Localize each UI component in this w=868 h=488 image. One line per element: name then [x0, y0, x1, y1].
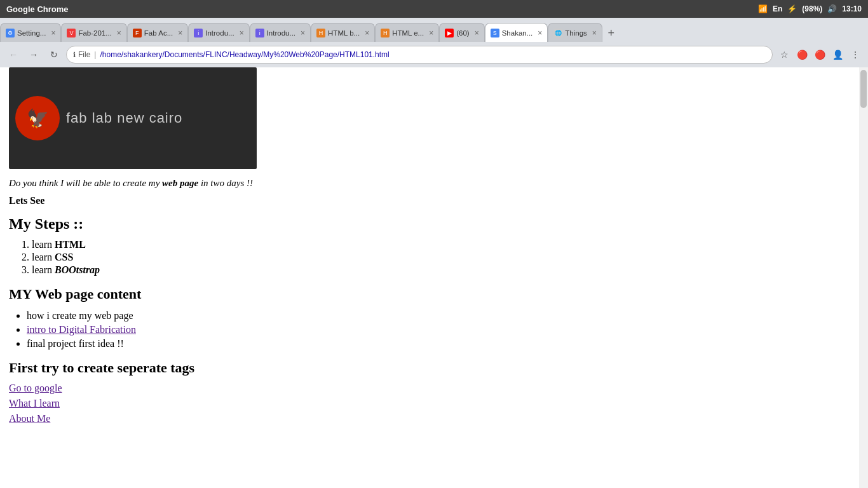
step-1-strong: HTML [55, 239, 86, 250]
clock: 13:10 [842, 4, 862, 13]
tab-html-e-close[interactable]: × [429, 29, 433, 37]
tab-settings[interactable]: ⚙ Setting... × [0, 23, 61, 42]
tab-settings-label: Setting... [17, 29, 46, 37]
address-separator: | [94, 50, 96, 59]
tab-things-close[interactable]: × [592, 29, 597, 37]
tab-things[interactable]: 🌐 Things × [548, 23, 602, 42]
forward-button[interactable]: → [25, 46, 42, 63]
italic-prefix: Do you think I will be able to create my [9, 178, 162, 188]
content-item-1: how i create my web page [27, 310, 850, 322]
vivaldi-favicon: V [67, 29, 76, 37]
scrollbar-thumb[interactable] [860, 70, 867, 108]
tab-fab201-label: Fab-201... [78, 29, 111, 37]
tab-intro1-close[interactable]: × [240, 29, 244, 37]
content-item-3: final project first idea !! [27, 338, 850, 349]
bookmark-star-icon[interactable]: ☆ [776, 47, 792, 62]
tab-intro2-label: Introdu... [267, 29, 295, 37]
nav-bar: ← → ↻ ℹ File | /home/shakankery/Document… [0, 42, 868, 67]
tab-intro2-close[interactable]: × [301, 29, 305, 37]
html-e-favicon: H [381, 29, 390, 37]
tags-heading: First try to create seperate tags [9, 360, 850, 376]
tabs-bar: ⚙ Setting... × V Fab-201... × F Fab Ac..… [0, 18, 868, 42]
tab-intro2[interactable]: i Introdu... × [250, 23, 311, 42]
tab-html-e-label: HTML e... [392, 29, 424, 37]
extension-icon1[interactable]: 🔴 [794, 47, 810, 62]
link-google[interactable]: Go to google [9, 383, 850, 394]
tab-fabac[interactable]: F Fab Ac... × [127, 23, 188, 42]
tab-shakan[interactable]: S Shakan... × [485, 23, 548, 42]
profile-icon[interactable]: 👤 [830, 47, 845, 62]
extension-icon2[interactable]: 🔴 [812, 47, 827, 62]
step-3: learn BOOtstrap [32, 264, 850, 276]
battery-indicator: (98%) [802, 4, 822, 13]
language-indicator: En [773, 4, 782, 13]
file-label: File [78, 50, 90, 59]
youtube-favicon: ▶ [445, 29, 454, 37]
tab-html-e[interactable]: H HTML e... × [375, 23, 439, 42]
menu-icon[interactable]: ⋮ [848, 47, 863, 62]
os-titlebar: Google Chrome 📶 En ⚡ (98%) 🔊 13:10 [0, 0, 868, 18]
steps-heading: My Steps :: [9, 215, 850, 233]
header-image: 🦅 fab lab new cairo [9, 67, 257, 169]
content-link-2[interactable]: intro to Digital Fabrication [27, 324, 136, 335]
fab-title: fab lab new cairo [66, 110, 182, 126]
italic-suffix: in two days !! [198, 178, 253, 188]
intro1-favicon: i [194, 29, 203, 37]
tab-youtube[interactable]: ▶ (60) × [439, 23, 484, 42]
step-2: learn CSS [32, 252, 850, 263]
step-2-strong: CSS [55, 252, 73, 262]
nav-right-icons: ☆ 🔴 🔴 👤 ⋮ [776, 47, 863, 62]
fab-logo-icon: 🦅 [27, 108, 49, 129]
tab-intro1-label: Introdu... [205, 29, 234, 37]
tab-youtube-close[interactable]: × [475, 29, 479, 37]
tab-things-label: Things [565, 29, 587, 37]
fab-favicon: F [133, 29, 142, 37]
tab-html-b[interactable]: H HTML b... × [311, 23, 375, 42]
tab-youtube-label: (60) [456, 29, 469, 37]
html-b-favicon: H [316, 29, 325, 37]
back-button[interactable]: ← [5, 46, 22, 63]
step-3-strong-italic: BOOtstrap [55, 264, 100, 275]
tab-settings-close[interactable]: × [51, 29, 55, 37]
link-what-i-learn[interactable]: What I learn [9, 398, 850, 409]
intro2-favicon: i [255, 29, 264, 37]
tab-html-b-close[interactable]: × [365, 29, 369, 37]
shakan-favicon: S [491, 29, 499, 37]
lets-see-text: Lets See [9, 195, 850, 207]
tab-intro1[interactable]: i Introdu... × [188, 23, 249, 42]
page-wrapper: 🦅 fab lab new cairo Do you think I will … [0, 67, 868, 488]
settings-favicon: ⚙ [6, 29, 15, 37]
steps-list: learn HTML learn CSS learn BOOtstrap [32, 239, 850, 276]
os-titlebar-icons: 📶 En ⚡ (98%) 🔊 13:10 [758, 4, 862, 13]
page-content: 🦅 fab lab new cairo Do you think I will … [0, 67, 859, 488]
scrollbar[interactable] [859, 67, 868, 488]
lock-icon: ℹ [73, 51, 76, 59]
tab-fabac-close[interactable]: × [178, 29, 182, 37]
tab-fab201[interactable]: V Fab-201... × [61, 23, 126, 42]
content-list: how i create my web page intro to Digita… [27, 310, 850, 349]
volume-icon: 🔊 [827, 4, 837, 13]
wifi-icon: 📶 [758, 4, 768, 13]
content-heading: MY Web page content [9, 286, 850, 302]
intro-paragraph: Do you think I will be able to create my… [9, 178, 850, 189]
os-title: Google Chrome [6, 4, 69, 14]
content-item-2: intro to Digital Fabrication [27, 324, 850, 336]
fab-logo: 🦅 [15, 96, 60, 140]
bluetooth-icon: ⚡ [787, 4, 797, 13]
things-favicon: 🌐 [553, 29, 562, 37]
tab-fab201-close[interactable]: × [117, 29, 121, 37]
link-about-me[interactable]: About Me [9, 413, 850, 424]
tab-html-b-label: HTML b... [328, 29, 360, 37]
refresh-button[interactable]: ↻ [46, 46, 62, 63]
new-tab-button[interactable]: + [602, 24, 620, 42]
italic-bold: web page [162, 178, 198, 188]
address-bar[interactable]: ℹ File | /home/shakankery/Documents/FLIN… [66, 46, 773, 64]
tab-shakan-close[interactable]: × [538, 29, 542, 37]
tab-shakan-label: Shakan... [502, 29, 533, 37]
step-1: learn HTML [32, 239, 850, 250]
tab-fabac-label: Fab Ac... [144, 29, 173, 37]
browser-window: ⚙ Setting... × V Fab-201... × F Fab Ac..… [0, 18, 868, 488]
url-text: /home/shakankery/Documents/FLINC/Headway… [100, 50, 389, 59]
